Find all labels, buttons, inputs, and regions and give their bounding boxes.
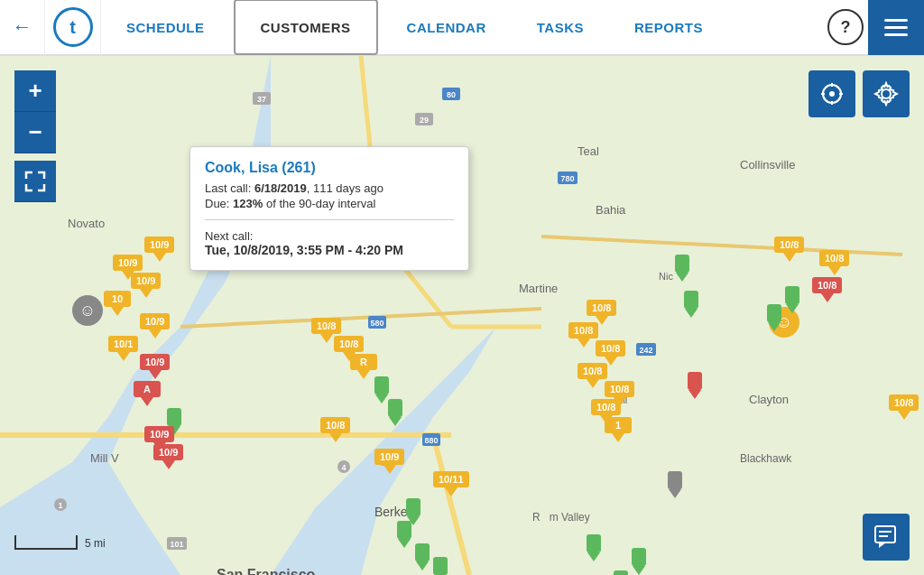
pin-label: A (134, 381, 161, 397)
menu-button[interactable] (868, 0, 924, 55)
pin-arrow (768, 322, 781, 331)
pin-label: 10/9 (144, 426, 174, 442)
map-pin[interactable]: R (350, 354, 377, 379)
pin-label: 10/9 (374, 449, 404, 465)
map-pin[interactable] (767, 304, 781, 331)
map-pin[interactable]: 10/8 (578, 363, 607, 388)
pin-label (632, 548, 646, 566)
map-pin[interactable]: 10/8 (320, 417, 350, 442)
zoom-out-button[interactable]: − (14, 112, 56, 153)
map-pin[interactable]: 10/9 (131, 273, 161, 298)
map-pin[interactable]: 10/8 (596, 340, 625, 366)
pin-arrow (375, 394, 388, 403)
pin-label (688, 372, 702, 390)
scale-line (14, 535, 78, 550)
pin-arrow (685, 309, 698, 318)
pin-label: 10/9 (131, 273, 161, 289)
help-button[interactable]: ? (823, 0, 868, 55)
map-container[interactable]: 580 880 80 780 242 29 37 1 101 12 4 Nova… (0, 56, 924, 575)
smiley-gray-pin[interactable]: ☺ (72, 295, 103, 326)
map-pin[interactable]: 10/9 (140, 354, 170, 379)
customer-popup[interactable]: Cook, Lisa (261) Last call: 6/18/2019, 1… (189, 146, 469, 271)
map-pin[interactable] (433, 557, 448, 575)
svg-text:Mill V: Mill V (90, 451, 119, 465)
pin-label (433, 557, 448, 575)
zoom-in-button[interactable]: + (14, 70, 56, 112)
pin-arrow (320, 334, 333, 343)
pin-label: 10/9 (140, 313, 170, 329)
map-pin[interactable] (684, 291, 698, 318)
pin-arrow (578, 339, 590, 348)
pin-arrow (633, 566, 645, 575)
pin-arrow (828, 266, 841, 275)
expand-button[interactable] (14, 161, 56, 202)
pin-arrow (383, 465, 396, 474)
map-pin[interactable]: 10/8 (568, 322, 598, 348)
map-pin[interactable]: 10/9 (140, 313, 170, 339)
map-pin[interactable] (415, 543, 430, 570)
pin-label (587, 534, 601, 552)
map-pin[interactable]: 10/8 (889, 394, 919, 420)
menu-line (884, 19, 908, 22)
map-pin[interactable]: 10/1 (108, 336, 138, 361)
popup-divider (205, 219, 454, 220)
scale-label: 5 mi (85, 537, 106, 550)
expand-icon (23, 170, 47, 193)
pin-arrow (149, 370, 162, 379)
locate-button[interactable] (808, 70, 855, 117)
map-pin[interactable]: 10/9 (153, 444, 183, 469)
map-pin[interactable]: A (134, 381, 161, 406)
pin-label: 10/8 (889, 394, 919, 411)
map-pin[interactable]: 10/8 (774, 236, 804, 262)
nav-customers[interactable]: CUSTOMERS (234, 0, 378, 55)
map-pin[interactable]: 1 (605, 417, 632, 442)
pin-label (668, 471, 682, 489)
scale-bar: 5 mi (14, 535, 106, 550)
pin-arrow (783, 253, 796, 262)
svg-text:101: 101 (170, 540, 183, 549)
nav-reports[interactable]: REPORTS (609, 0, 728, 55)
map-pin[interactable] (614, 570, 628, 575)
map-pin[interactable]: 10/8 (819, 250, 849, 275)
map-pin[interactable] (388, 399, 402, 426)
pin-arrow (140, 289, 152, 298)
pin-label (785, 286, 799, 304)
pin-arrow (612, 433, 624, 442)
map-pin[interactable]: 10/9 (144, 236, 174, 262)
map-pin[interactable]: 10 (104, 291, 131, 316)
pin-label: 10/8 (587, 300, 616, 316)
pin-arrow (141, 397, 153, 406)
pin-arrow (688, 390, 701, 399)
map-pin[interactable]: 10/8 (587, 300, 616, 325)
map-pin[interactable] (675, 255, 689, 282)
nav-calendar[interactable]: CALENDAR (382, 0, 512, 55)
nav-tasks[interactable]: TASKS (512, 0, 609, 55)
map-pin[interactable] (785, 286, 799, 313)
map-pin[interactable]: 10/9 (374, 449, 404, 474)
map-pin[interactable]: 10/8 (812, 277, 842, 302)
logo: t (45, 0, 101, 55)
map-pin[interactable] (632, 548, 646, 575)
settings-button[interactable] (863, 70, 910, 117)
nav-schedule[interactable]: SCHEDULE (101, 0, 230, 55)
back-icon: ← (13, 15, 32, 39)
map-pin[interactable] (374, 376, 389, 403)
svg-point-52 (882, 89, 891, 98)
pin-label: 10/8 (605, 381, 634, 397)
pin-arrow (162, 460, 175, 469)
map-pin[interactable] (688, 372, 702, 399)
map-pin[interactable] (668, 471, 682, 498)
svg-text:Martine: Martine (519, 282, 558, 295)
pin-label: 10/9 (153, 444, 183, 460)
popup-last-call: Last call: 6/18/2019, 111 days ago (205, 181, 454, 195)
svg-text:Bahia: Bahia (596, 203, 626, 217)
map-controls-left: + − (14, 70, 56, 202)
map-pin[interactable] (397, 521, 411, 548)
map-pin[interactable]: 10/11 (433, 471, 469, 496)
svg-text:4: 4 (341, 463, 346, 472)
back-button[interactable]: ← (0, 0, 45, 55)
pin-label: 10/8 (311, 318, 341, 334)
map-pin[interactable] (587, 534, 601, 561)
svg-text:37: 37 (257, 95, 266, 104)
chat-button[interactable] (863, 514, 910, 561)
